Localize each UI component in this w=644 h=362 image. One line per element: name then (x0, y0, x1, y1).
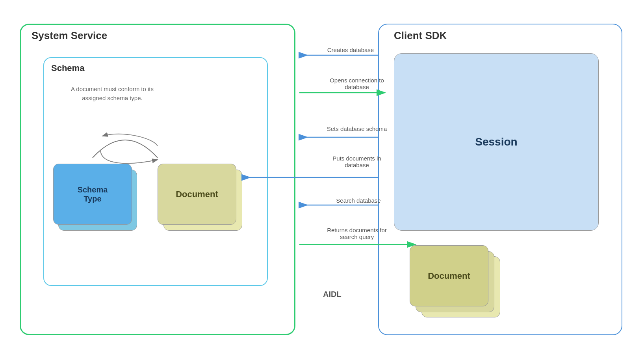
schema-type-front-card: SchemaType (53, 164, 132, 225)
schema-description: A document must conform to its assigned … (65, 85, 160, 103)
document-label: Document (176, 189, 218, 200)
arrow-label-returns-documents: Returns documents forsearch query (317, 227, 396, 240)
session-label: Session (475, 136, 517, 148)
aidl-label: AIDL (323, 290, 341, 299)
schema-type-label: SchemaType (78, 185, 108, 203)
client-sdk-label: Client SDK (394, 30, 447, 42)
arrow-label-search-database: Search database (323, 197, 394, 204)
sdk-doc-label: Document (428, 271, 470, 281)
arrow-label-sets-schema: Sets database schema (317, 125, 396, 132)
sdk-doc-front-card: Document (410, 245, 488, 306)
schema-label: Schema (51, 63, 84, 73)
session-card: Session (394, 53, 599, 231)
arrow-label-opens-connection: Opens connection todatabase (317, 77, 396, 90)
system-service-label: System Service (32, 30, 107, 42)
arrow-label-puts-documents: Puts documents indatabase (317, 155, 396, 168)
diagram-container: System Service Schema A document must co… (0, 0, 644, 362)
arrow-label-creates-database: Creates database (319, 47, 382, 53)
document-front-card: Document (158, 164, 236, 225)
